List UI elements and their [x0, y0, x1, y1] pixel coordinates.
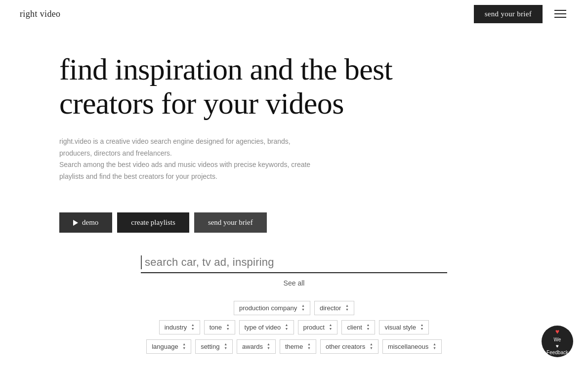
- navbar: right video send your brief: [0, 0, 588, 28]
- filter-language[interactable]: language: [146, 339, 191, 354]
- search-wrapper: [141, 252, 447, 273]
- play-icon: [73, 220, 78, 226]
- director-select[interactable]: director: [320, 304, 343, 312]
- hamburger-menu-icon[interactable]: [552, 8, 568, 20]
- feedback-badge[interactable]: ♥ We♥Feedback: [542, 326, 573, 357]
- awards-select[interactable]: awards: [242, 343, 265, 350]
- filter-arrow-icon: [267, 343, 270, 350]
- search-section: See all: [0, 252, 588, 287]
- filter-arrow-icon: [370, 343, 373, 350]
- nav-right: send your brief: [474, 5, 568, 23]
- filter-row-2: industry tone type of video product clie…: [159, 320, 429, 334]
- miscellaneous-select[interactable]: miscellaneous: [388, 343, 431, 350]
- filter-setting[interactable]: setting: [195, 339, 233, 354]
- filter-arrow-icon: [307, 343, 311, 350]
- site-logo[interactable]: right video: [20, 9, 60, 19]
- hero-title: find inspiration and the best creators f…: [59, 52, 435, 121]
- filter-awards[interactable]: awards: [237, 339, 276, 354]
- filter-arrow-icon: [301, 304, 305, 312]
- filter-arrow-icon: [366, 324, 370, 331]
- search-cursor: [141, 255, 142, 269]
- hero-send-brief-button[interactable]: send your brief: [194, 212, 267, 233]
- industry-select[interactable]: industry: [165, 324, 189, 331]
- hero-section: find inspiration and the best creators f…: [0, 28, 494, 198]
- filter-row-1: production company director: [234, 301, 354, 315]
- filter-industry[interactable]: industry: [159, 320, 200, 334]
- filter-arrow-icon: [285, 324, 289, 331]
- hero-buttons-row: demo create playlists send your brief: [0, 212, 588, 233]
- filter-production-company[interactable]: production company: [234, 301, 310, 315]
- type-of-video-select[interactable]: type of video: [245, 324, 283, 331]
- hero-description: right.video is a creative video search e…: [59, 136, 405, 183]
- filter-other-creators[interactable]: other creators: [320, 339, 378, 354]
- nav-send-brief-button[interactable]: send your brief: [474, 5, 543, 23]
- create-playlists-button[interactable]: create playlists: [117, 212, 189, 233]
- language-select[interactable]: language: [152, 343, 180, 350]
- setting-select[interactable]: setting: [201, 343, 222, 350]
- filter-director[interactable]: director: [314, 301, 354, 315]
- production-company-select[interactable]: production company: [239, 304, 299, 312]
- filter-miscellaneous[interactable]: miscellaneous: [382, 339, 442, 354]
- feedback-label: We♥Feedback: [546, 336, 568, 356]
- search-input[interactable]: [145, 256, 447, 269]
- filter-client[interactable]: client: [341, 320, 375, 334]
- filter-arrow-icon: [226, 324, 230, 331]
- filter-tone[interactable]: tone: [204, 320, 235, 334]
- other-creators-select[interactable]: other creators: [326, 343, 368, 350]
- filter-arrow-icon: [182, 343, 186, 350]
- filter-arrow-icon: [329, 324, 333, 331]
- filter-type-of-video[interactable]: type of video: [239, 320, 294, 334]
- filter-arrow-icon: [420, 324, 423, 331]
- filters-section: production company director industry ton…: [0, 301, 588, 354]
- filter-product[interactable]: product: [298, 320, 338, 334]
- theme-select[interactable]: theme: [285, 343, 305, 350]
- client-select[interactable]: client: [347, 324, 364, 331]
- product-select[interactable]: product: [303, 324, 327, 331]
- tone-select[interactable]: tone: [210, 324, 224, 331]
- filter-row-3: language setting awards theme other crea…: [146, 339, 442, 354]
- filter-visual-style[interactable]: visual style: [379, 320, 429, 334]
- see-all-link[interactable]: See all: [284, 279, 305, 287]
- feedback-heart-icon: ♥: [555, 327, 559, 336]
- filter-arrow-icon: [191, 324, 195, 331]
- filter-arrow-icon: [433, 343, 436, 350]
- filter-theme[interactable]: theme: [280, 339, 316, 354]
- filter-arrow-icon: [224, 343, 227, 350]
- visual-style-select[interactable]: visual style: [384, 324, 418, 331]
- filter-arrow-icon: [345, 304, 349, 312]
- demo-button[interactable]: demo: [59, 212, 112, 233]
